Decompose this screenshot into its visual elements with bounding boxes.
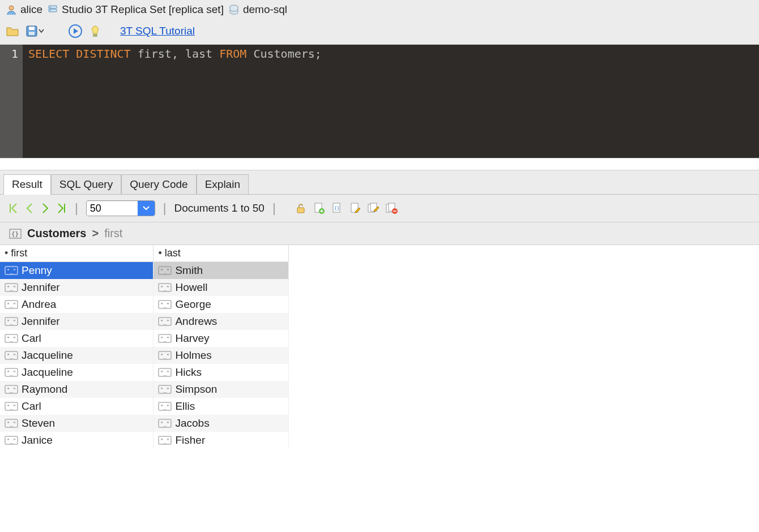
- svg-text:"_": "_": [160, 421, 169, 427]
- hint-button[interactable]: [88, 24, 102, 38]
- run-statement-button[interactable]: [68, 24, 83, 38]
- tab-query-code[interactable]: Query Code: [121, 174, 196, 195]
- svg-text:"_": "_": [160, 353, 169, 359]
- cell-last[interactable]: "_"Ellis: [153, 398, 289, 415]
- svg-rect-11: [297, 208, 304, 213]
- json-type-icon: {}: [9, 229, 22, 239]
- table-row[interactable]: "_"Steven"_"Jacobs: [0, 415, 289, 432]
- cell-last[interactable]: "_"Simpson: [153, 381, 289, 398]
- cell-first[interactable]: "_"Andrea: [0, 296, 153, 313]
- add-document-icon[interactable]: [312, 201, 326, 215]
- svg-text:"_": "_": [160, 268, 169, 274]
- cell-first[interactable]: "_"Carl: [0, 398, 153, 415]
- cell-first[interactable]: "_"Jacqueline: [0, 347, 153, 364]
- cell-first[interactable]: "_"Raymond: [0, 381, 153, 398]
- cell-last[interactable]: "_"George: [153, 296, 289, 313]
- svg-text:"_": "_": [7, 285, 16, 291]
- page-size-input[interactable]: [87, 201, 138, 216]
- documents-range-label: Documents 1 to 50: [174, 202, 264, 214]
- cell-last[interactable]: "_"Holmes: [153, 347, 289, 364]
- save-button[interactable]: [25, 25, 44, 37]
- svg-text:{}: {}: [11, 230, 19, 238]
- cell-last[interactable]: "_"Andrews: [153, 313, 289, 330]
- cell-last[interactable]: "_"Fisher: [153, 432, 289, 449]
- tab-sql-query[interactable]: SQL Query: [51, 174, 121, 195]
- page-size-select[interactable]: [86, 200, 155, 216]
- separator: |: [272, 201, 276, 216]
- cell-first[interactable]: "_"Jacqueline: [0, 364, 153, 381]
- results-table[interactable]: • first• last "_"Penny"_"Smith"_"Jennife…: [0, 245, 289, 449]
- table-row[interactable]: "_"Carl"_"Harvey: [0, 330, 289, 347]
- table-row[interactable]: "_"Carl"_"Ellis: [0, 398, 289, 415]
- breadcrumb-user-label: alice: [20, 3, 42, 16]
- table-row[interactable]: "_"Jacqueline"_"Holmes: [0, 347, 289, 364]
- delete-documents-icon[interactable]: [385, 201, 398, 215]
- cell-first[interactable]: "_"Janice: [0, 432, 153, 449]
- svg-text:"_": "_": [7, 302, 16, 308]
- column-header-first[interactable]: • first: [0, 245, 153, 262]
- table-row[interactable]: "_"Andrea"_"George: [0, 296, 289, 313]
- separator: |: [75, 201, 78, 216]
- tab-result[interactable]: Result: [3, 174, 51, 195]
- sql-editor[interactable]: 1 SELECT DISTINCT first, last FROM Custo…: [0, 45, 759, 158]
- svg-point-4: [50, 10, 51, 11]
- editor-toolbar: 3T SQL Tutorial: [0, 19, 759, 45]
- svg-rect-10: [93, 35, 97, 36]
- view-document-icon[interactable]: {}: [330, 201, 344, 215]
- prev-page-button[interactable]: [24, 202, 35, 214]
- svg-rect-7: [29, 27, 35, 30]
- editor-code[interactable]: SELECT DISTINCT first, last FROM Custome…: [23, 45, 327, 158]
- edit-document-icon[interactable]: [348, 201, 362, 215]
- next-page-button[interactable]: [40, 202, 51, 214]
- results-tabs: ResultSQL QueryQuery CodeExplain: [0, 170, 759, 195]
- cell-first[interactable]: "_"Jennifer: [0, 313, 153, 330]
- table-row[interactable]: "_"Penny"_"Smith: [0, 262, 289, 280]
- svg-point-0: [9, 6, 14, 10]
- paging-toolbar: | | Documents 1 to 50 | {}: [0, 195, 759, 222]
- table-row[interactable]: "_"Jacqueline"_"Hicks: [0, 364, 289, 381]
- svg-text:"_": "_": [7, 370, 16, 376]
- cell-first[interactable]: "_"Jennifer: [0, 279, 153, 296]
- editor-status-strip: [0, 158, 759, 170]
- svg-text:"_": "_": [7, 387, 16, 393]
- cell-first[interactable]: "_"Carl: [0, 330, 153, 347]
- user-icon: [6, 4, 17, 15]
- database-icon: [228, 4, 240, 15]
- unlock-icon[interactable]: [294, 201, 308, 215]
- cell-first[interactable]: "_"Penny: [0, 262, 153, 280]
- svg-text:{}: {}: [334, 206, 340, 211]
- copy-documents-icon[interactable]: [366, 201, 380, 215]
- sql-tutorial-link[interactable]: 3T SQL Tutorial: [120, 25, 195, 37]
- open-folder-button[interactable]: [6, 25, 19, 37]
- table-row[interactable]: "_"Janice"_"Fisher: [0, 432, 289, 449]
- breadcrumb-database-label: demo-sql: [243, 3, 287, 16]
- svg-text:"_": "_": [7, 353, 16, 359]
- path-field[interactable]: first: [104, 227, 122, 240]
- svg-text:"_": "_": [160, 387, 169, 393]
- cell-last[interactable]: "_"Jacobs: [153, 415, 289, 432]
- svg-text:"_": "_": [7, 268, 16, 274]
- table-row[interactable]: "_"Jennifer"_"Andrews: [0, 313, 289, 330]
- chevron-down-icon[interactable]: [138, 201, 155, 216]
- last-page-button[interactable]: [56, 202, 67, 214]
- svg-text:"_": "_": [7, 421, 16, 427]
- path-collection[interactable]: Customers: [27, 227, 86, 240]
- cell-last[interactable]: "_"Smith: [153, 262, 289, 280]
- breadcrumb-database[interactable]: demo-sql: [228, 3, 287, 16]
- column-header-last[interactable]: • last: [153, 245, 289, 262]
- breadcrumb-connection[interactable]: Studio 3T Replica Set [replica set]: [47, 3, 224, 16]
- svg-text:"_": "_": [160, 404, 169, 410]
- table-row[interactable]: "_"Raymond"_"Simpson: [0, 381, 289, 398]
- svg-text:"_": "_": [160, 370, 169, 376]
- cell-last[interactable]: "_"Howell: [153, 279, 289, 296]
- svg-text:"_": "_": [160, 302, 169, 308]
- table-row[interactable]: "_"Jennifer"_"Howell: [0, 279, 289, 296]
- tab-explain[interactable]: Explain: [197, 174, 249, 195]
- cell-last[interactable]: "_"Harvey: [153, 330, 289, 347]
- breadcrumb-user[interactable]: alice: [6, 3, 42, 16]
- first-page-button[interactable]: [8, 202, 19, 214]
- breadcrumb: alice Studio 3T Replica Set [replica set…: [0, 0, 759, 19]
- cell-last[interactable]: "_"Hicks: [153, 364, 289, 381]
- path-separator: >: [92, 227, 99, 240]
- cell-first[interactable]: "_"Steven: [0, 415, 153, 432]
